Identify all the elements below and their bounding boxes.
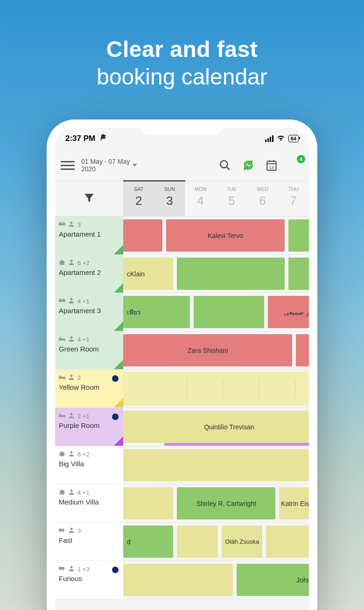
room-capacity: 4 +1 xyxy=(77,298,90,305)
booking-block[interactable]: d xyxy=(123,526,173,558)
svg-rect-24 xyxy=(59,417,59,418)
room-type-icon xyxy=(59,451,65,458)
day-column[interactable]: MON4 xyxy=(185,182,216,216)
person-icon xyxy=(68,566,75,573)
bookings-area[interactable] xyxy=(123,446,309,484)
svg-rect-29 xyxy=(59,529,64,531)
booking-block[interactable]: Arsi xyxy=(296,334,309,366)
room-type-icon xyxy=(59,527,65,534)
app-header: 01 May - 07 May 2020 18 4 xyxy=(55,149,309,181)
room-cell[interactable]: 2 Yellow Room xyxy=(55,370,123,407)
person-icon xyxy=(68,413,75,420)
room-type-icon xyxy=(59,489,65,496)
bookings-area[interactable]: เพียรمهيار صمیعی xyxy=(123,293,309,331)
room-corner xyxy=(114,245,123,254)
booking-block[interactable] xyxy=(194,296,264,328)
day-column[interactable]: SUN3 xyxy=(154,182,185,216)
room-type-icon xyxy=(59,298,65,305)
booking-block[interactable]: Zara Shishani xyxy=(123,334,292,366)
booking-block[interactable]: cKlain xyxy=(123,258,173,290)
booking-block[interactable]: مهيار صمیعی xyxy=(268,296,309,328)
booking-block[interactable]: Shirley R. Cartwright xyxy=(177,487,275,519)
svg-point-31 xyxy=(63,531,64,533)
room-cell[interactable]: 4 +1 Medium Villa xyxy=(55,484,123,522)
room-meta: 4 +1 xyxy=(59,336,119,343)
date-range-picker[interactable]: 01 May - 07 May 2020 xyxy=(81,158,137,173)
room-cell[interactable]: 3 Fast xyxy=(55,523,123,561)
booking-block[interactable] xyxy=(177,526,218,558)
svg-rect-4 xyxy=(59,222,61,224)
svg-rect-9 xyxy=(59,299,61,300)
bookings-area[interactable]: Kalevi Tervo xyxy=(123,217,309,254)
svg-point-21 xyxy=(70,374,72,377)
bookings-area[interactable]: John Tobias xyxy=(123,561,309,599)
room-type-icon xyxy=(59,374,65,381)
booking-block[interactable] xyxy=(266,526,309,558)
room-capacity: 2 +1 xyxy=(77,413,90,420)
svg-rect-25 xyxy=(65,417,65,418)
room-cell[interactable]: 4 +1 Apartament 3 xyxy=(55,293,123,331)
booking-block[interactable] xyxy=(288,219,309,252)
battery-indicator: 84 xyxy=(288,135,299,142)
room-cell[interactable]: 2 +1 Purple Room xyxy=(55,408,123,446)
bookings-area[interactable] xyxy=(123,370,309,407)
notification-badge: 4 xyxy=(297,155,305,163)
room-name: Furious xyxy=(59,575,119,582)
booking-block[interactable] xyxy=(123,487,173,519)
bookings-area[interactable]: dOláh Zsuska xyxy=(123,523,309,561)
sync-icon[interactable] xyxy=(240,157,257,174)
menu-icon[interactable] xyxy=(61,159,75,172)
svg-rect-5 xyxy=(63,222,64,224)
search-icon[interactable] xyxy=(217,157,233,174)
booking-block[interactable] xyxy=(288,258,309,290)
booking-block[interactable] xyxy=(177,258,285,290)
booking-block[interactable] xyxy=(123,564,233,596)
room-type-icon xyxy=(59,413,65,420)
signal-icon xyxy=(265,135,273,142)
room-corner xyxy=(114,360,123,369)
bookings-area[interactable]: Shirley R. CartwrightKatrin Eisenhauer xyxy=(123,484,309,522)
room-cell[interactable]: 1 +3 Furious xyxy=(55,561,123,599)
room-type-icon xyxy=(59,336,65,343)
svg-point-36 xyxy=(63,569,64,571)
booking-block[interactable]: Kalevi Tervo xyxy=(166,219,285,252)
day-label: TUE xyxy=(216,186,247,192)
room-cell[interactable]: 6 +2 Big Villa xyxy=(55,446,123,484)
day-column[interactable]: TUE5 xyxy=(216,182,247,216)
notifications-button[interactable]: 4 xyxy=(287,157,303,174)
room-capacity: 4 +1 xyxy=(77,489,90,496)
svg-point-26 xyxy=(70,413,72,415)
room-cell[interactable]: 3 Apartament 1 xyxy=(55,217,123,254)
room-cell[interactable]: 6 +2 Apartament 2 xyxy=(55,255,123,293)
calendar-icon[interactable]: 18 xyxy=(263,157,280,174)
calendar-grid[interactable]: 3 Apartament 1 Kalevi Tervo 6 +2 Apartam… xyxy=(55,217,309,599)
room-row: 4 +1 Apartament 3 เพียรمهيار صمیعی xyxy=(55,293,309,331)
bookings-area[interactable]: Zara ShishaniArsi xyxy=(123,331,309,369)
booking-block[interactable]: Katrin Eisenhauer xyxy=(279,487,309,519)
booking-block[interactable]: John Tobias xyxy=(237,564,309,596)
person-icon xyxy=(68,259,75,266)
day-label: THU xyxy=(278,186,309,192)
booking-block[interactable]: เพียร xyxy=(123,296,190,328)
svg-rect-37 xyxy=(64,568,65,568)
day-column[interactable]: SAT2 xyxy=(123,182,154,216)
booking-block[interactable] xyxy=(123,449,309,481)
bookings-area[interactable]: cKlain xyxy=(123,255,309,293)
day-column[interactable]: THU7 xyxy=(278,182,309,216)
days-header: SAT2SUN3MON4TUE5WED6THU7 xyxy=(55,181,309,217)
booking-underbar xyxy=(164,443,309,446)
filter-button[interactable] xyxy=(55,182,123,216)
booking-block[interactable]: Oláh Zsuska xyxy=(222,526,263,558)
booking-block[interactable] xyxy=(123,372,309,406)
room-corner xyxy=(114,436,123,446)
bookings-area[interactable]: Quintilio Trevisan xyxy=(123,408,309,446)
day-number: 7 xyxy=(278,194,309,208)
booking-block[interactable]: Quintilio Trevisan xyxy=(123,411,309,443)
person-icon xyxy=(68,336,75,343)
person-icon xyxy=(68,489,75,496)
room-row: 3 Apartament 1 Kalevi Tervo xyxy=(55,217,309,255)
room-cell[interactable]: 4 +1 Green Room xyxy=(55,331,123,369)
booking-block[interactable] xyxy=(123,219,162,252)
svg-point-27 xyxy=(70,451,72,453)
day-column[interactable]: WED6 xyxy=(247,182,278,216)
